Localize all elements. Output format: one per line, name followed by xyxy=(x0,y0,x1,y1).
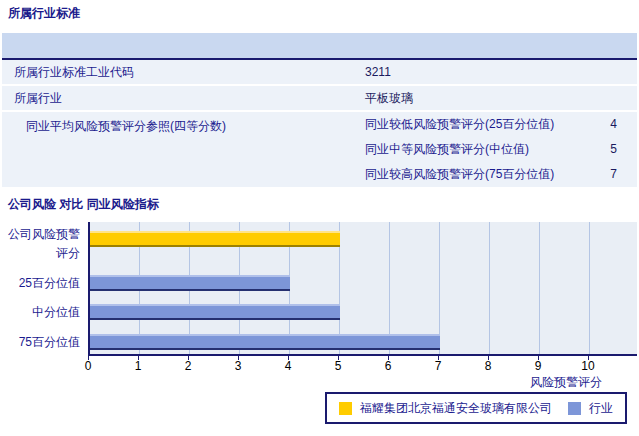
bar-中分位值 xyxy=(90,304,340,320)
report-page: 所属行业标准 所属行业标准工业代码 3211 所属行业 平板玻璃 同业平均风险预… xyxy=(0,0,639,436)
sub-row-value: 5 xyxy=(610,137,617,162)
bar-25百分位值 xyxy=(90,275,290,291)
bar-75百分位值 xyxy=(90,334,440,350)
sub-row-label: 同业较低风险预警评分(25百分位值) xyxy=(365,117,554,131)
legend-item-industry: 行业 xyxy=(568,400,613,417)
sub-row-label: 同业较高风险预警评分(75百分位值) xyxy=(365,167,554,181)
x-tick-label: 10 xyxy=(576,359,600,373)
company-color-swatch xyxy=(339,402,352,415)
table-row: 所属行业 平板玻璃 xyxy=(2,86,637,112)
table-row: 所属行业标准工业代码 3211 xyxy=(2,60,637,86)
table-row: 同业平均风险预警评分参照(四等分数) 同业较低风险预警评分(25百分位值) 4 … xyxy=(2,112,637,189)
x-tick-label: 2 xyxy=(176,359,200,373)
row-value: 3211 xyxy=(365,60,391,84)
x-tick-label: 6 xyxy=(376,359,400,373)
comparison-chart-section-title: 公司风险 对比 同业风险指标 xyxy=(8,196,159,213)
category-label: 中分位值 xyxy=(0,303,80,322)
x-tick-label: 7 xyxy=(426,359,450,373)
quartile-sub-row: 同业较低风险预警评分(25百分位值) 4 xyxy=(365,112,637,137)
x-tick-label: 3 xyxy=(226,359,250,373)
industry-color-swatch xyxy=(568,402,581,415)
table-header-band xyxy=(2,33,637,60)
sub-row-value: 7 xyxy=(610,162,617,187)
x-tick-label: 1 xyxy=(126,359,150,373)
row-value: 平板玻璃 xyxy=(365,86,413,110)
category-label: 公司风险预警评分 xyxy=(0,225,80,263)
row-label: 所属行业 xyxy=(2,91,62,105)
sub-row-label: 同业中等风险预警评分(中位值) xyxy=(365,142,529,156)
category-label: 75百分位值 xyxy=(0,333,80,352)
x-tick-label: 4 xyxy=(276,359,300,373)
industry-standard-section-title: 所属行业标准 xyxy=(8,5,80,22)
sub-row-value: 4 xyxy=(610,112,617,137)
x-tick-label: 8 xyxy=(476,359,500,373)
legend-label-company: 福耀集团北京福通安全玻璃有限公司 xyxy=(360,400,552,417)
x-tick-label: 9 xyxy=(526,359,550,373)
row-label: 同业平均风险预警评分参照(四等分数) xyxy=(14,118,226,135)
legend-label-industry: 行业 xyxy=(589,400,613,417)
industry-standard-table: 所属行业标准工业代码 3211 所属行业 平板玻璃 同业平均风险预警评分参照(四… xyxy=(2,33,637,189)
x-tick-label: 5 xyxy=(326,359,350,373)
legend-item-company: 福耀集团北京福通安全玻璃有限公司 xyxy=(339,400,552,417)
plot-area xyxy=(88,222,637,356)
x-axis-title: 风险预警评分 xyxy=(88,374,637,391)
category-label: 25百分位值 xyxy=(0,274,80,293)
quartile-sub-row: 同业中等风险预警评分(中位值) 5 xyxy=(365,137,637,162)
x-tick-label: 0 xyxy=(76,359,100,373)
quartile-sub-row: 同业较高风险预警评分(75百分位值) 7 xyxy=(365,162,637,187)
bar-公司风险预警评分 xyxy=(90,231,340,247)
chart-category-labels: 公司风险预警评分25百分位值中分位值75百分位值 xyxy=(0,222,84,356)
row-label: 所属行业标准工业代码 xyxy=(2,65,134,79)
chart-legend: 福耀集团北京福通安全玻璃有限公司 行业 xyxy=(325,392,627,424)
